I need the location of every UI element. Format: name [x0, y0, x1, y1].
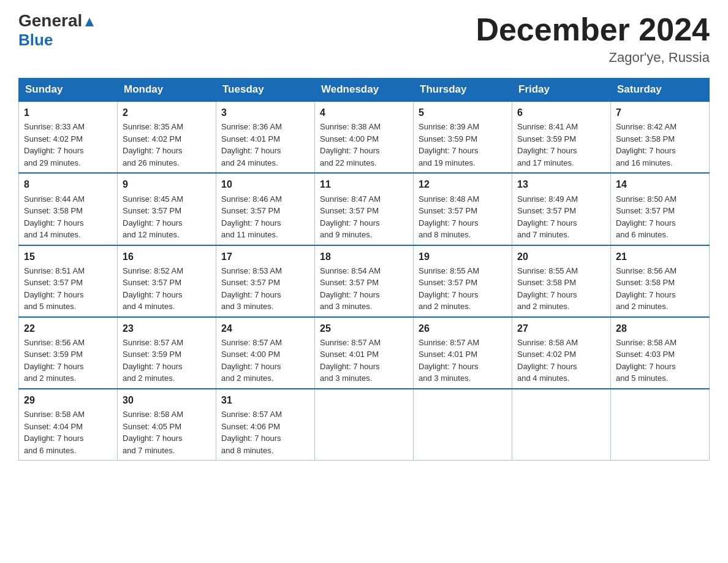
calendar-cell: 11Sunrise: 8:47 AMSunset: 3:57 PMDayligh… — [315, 173, 414, 245]
calendar-cell: 30Sunrise: 8:58 AMSunset: 4:05 PMDayligh… — [118, 389, 216, 461]
day-number: 10 — [221, 177, 309, 191]
day-info: Sunrise: 8:54 AMSunset: 3:57 PMDaylight:… — [320, 265, 408, 313]
location: Zagor'ye, Russia — [476, 50, 710, 66]
day-number: 26 — [419, 321, 507, 335]
calendar-cell: 25Sunrise: 8:57 AMSunset: 4:01 PMDayligh… — [315, 317, 414, 389]
day-number: 14 — [616, 177, 704, 191]
day-info: Sunrise: 8:35 AMSunset: 4:02 PMDaylight:… — [123, 121, 211, 169]
logo: General Blue — [18, 12, 95, 48]
day-number: 8 — [24, 177, 112, 191]
calendar-cell: 15Sunrise: 8:51 AMSunset: 3:57 PMDayligh… — [19, 245, 118, 317]
calendar-week-row: 8Sunrise: 8:44 AMSunset: 3:58 PMDaylight… — [19, 173, 710, 245]
calendar-cell: 1Sunrise: 8:33 AMSunset: 4:02 PMDaylight… — [19, 101, 118, 173]
day-number: 18 — [320, 250, 408, 264]
day-info: Sunrise: 8:41 AMSunset: 3:59 PMDaylight:… — [517, 121, 605, 169]
day-number: 12 — [419, 177, 507, 191]
calendar-cell: 3Sunrise: 8:36 AMSunset: 4:01 PMDaylight… — [216, 101, 315, 173]
calendar-cell: 21Sunrise: 8:56 AMSunset: 3:58 PMDayligh… — [611, 245, 710, 317]
day-info: Sunrise: 8:33 AMSunset: 4:02 PMDaylight:… — [24, 121, 112, 169]
day-header-tuesday: Tuesday — [216, 79, 315, 102]
day-number: 17 — [221, 250, 309, 264]
day-number: 6 — [517, 105, 605, 120]
calendar-cell: 29Sunrise: 8:58 AMSunset: 4:04 PMDayligh… — [19, 389, 118, 461]
day-number: 20 — [517, 250, 605, 264]
day-header-saturday: Saturday — [611, 79, 710, 102]
calendar-cell: 13Sunrise: 8:49 AMSunset: 3:57 PMDayligh… — [512, 173, 611, 245]
day-number: 3 — [221, 105, 309, 120]
day-number: 5 — [419, 105, 507, 120]
day-info: Sunrise: 8:58 AMSunset: 4:04 PMDaylight:… — [24, 408, 112, 456]
day-info: Sunrise: 8:57 AMSunset: 4:06 PMDaylight:… — [221, 408, 309, 456]
calendar-cell: 22Sunrise: 8:56 AMSunset: 3:59 PMDayligh… — [19, 317, 118, 389]
day-number: 21 — [616, 250, 704, 264]
day-info: Sunrise: 8:51 AMSunset: 3:57 PMDaylight:… — [24, 265, 112, 313]
day-number: 23 — [123, 321, 211, 335]
calendar-cell: 14Sunrise: 8:50 AMSunset: 3:57 PMDayligh… — [611, 173, 710, 245]
day-number: 4 — [320, 105, 408, 120]
day-info: Sunrise: 8:57 AMSunset: 4:00 PMDaylight:… — [221, 337, 309, 385]
page-header: General Blue December 2024 Zagor'ye, Rus… — [18, 12, 710, 66]
calendar-cell — [315, 389, 414, 461]
calendar-cell: 17Sunrise: 8:53 AMSunset: 3:57 PMDayligh… — [216, 245, 315, 317]
logo-triangle-icon — [84, 13, 95, 31]
calendar-week-row: 22Sunrise: 8:56 AMSunset: 3:59 PMDayligh… — [19, 317, 710, 389]
calendar-cell: 24Sunrise: 8:57 AMSunset: 4:00 PMDayligh… — [216, 317, 315, 389]
day-info: Sunrise: 8:44 AMSunset: 3:58 PMDaylight:… — [24, 193, 112, 241]
calendar-cell: 8Sunrise: 8:44 AMSunset: 3:58 PMDaylight… — [19, 173, 118, 245]
logo-general-text: General — [18, 12, 95, 31]
calendar-cell: 4Sunrise: 8:38 AMSunset: 4:00 PMDaylight… — [315, 101, 414, 173]
day-number: 28 — [616, 321, 704, 335]
day-number: 1 — [24, 105, 112, 120]
svg-marker-0 — [85, 18, 94, 26]
day-info: Sunrise: 8:45 AMSunset: 3:57 PMDaylight:… — [123, 193, 211, 241]
day-info: Sunrise: 8:47 AMSunset: 3:57 PMDaylight:… — [320, 193, 408, 241]
calendar-week-row: 15Sunrise: 8:51 AMSunset: 3:57 PMDayligh… — [19, 245, 710, 317]
day-number: 29 — [24, 393, 112, 407]
calendar-cell: 9Sunrise: 8:45 AMSunset: 3:57 PMDaylight… — [118, 173, 216, 245]
day-info: Sunrise: 8:58 AMSunset: 4:02 PMDaylight:… — [517, 337, 605, 385]
calendar-cell: 31Sunrise: 8:57 AMSunset: 4:06 PMDayligh… — [216, 389, 315, 461]
calendar-cell — [512, 389, 611, 461]
calendar-cell: 26Sunrise: 8:57 AMSunset: 4:01 PMDayligh… — [414, 317, 512, 389]
calendar-week-row: 1Sunrise: 8:33 AMSunset: 4:02 PMDaylight… — [19, 101, 710, 173]
calendar-cell: 6Sunrise: 8:41 AMSunset: 3:59 PMDaylight… — [512, 101, 611, 173]
day-number: 19 — [419, 250, 507, 264]
day-info: Sunrise: 8:46 AMSunset: 3:57 PMDaylight:… — [221, 193, 309, 241]
day-info: Sunrise: 8:55 AMSunset: 3:57 PMDaylight:… — [419, 265, 507, 313]
calendar-cell: 16Sunrise: 8:52 AMSunset: 3:57 PMDayligh… — [118, 245, 216, 317]
calendar-cell: 10Sunrise: 8:46 AMSunset: 3:57 PMDayligh… — [216, 173, 315, 245]
day-number: 27 — [517, 321, 605, 335]
calendar-cell: 7Sunrise: 8:42 AMSunset: 3:58 PMDaylight… — [611, 101, 710, 173]
day-number: 25 — [320, 321, 408, 335]
day-number: 30 — [123, 393, 211, 407]
day-info: Sunrise: 8:50 AMSunset: 3:57 PMDaylight:… — [616, 193, 704, 241]
day-header-wednesday: Wednesday — [315, 79, 414, 102]
day-info: Sunrise: 8:57 AMSunset: 3:59 PMDaylight:… — [123, 337, 211, 385]
day-info: Sunrise: 8:56 AMSunset: 3:58 PMDaylight:… — [616, 265, 704, 313]
day-info: Sunrise: 8:53 AMSunset: 3:57 PMDaylight:… — [221, 265, 309, 313]
calendar-cell: 12Sunrise: 8:48 AMSunset: 3:57 PMDayligh… — [414, 173, 512, 245]
day-number: 9 — [123, 177, 211, 191]
calendar-cell — [414, 389, 512, 461]
calendar-cell: 28Sunrise: 8:58 AMSunset: 4:03 PMDayligh… — [611, 317, 710, 389]
day-info: Sunrise: 8:48 AMSunset: 3:57 PMDaylight:… — [419, 193, 507, 241]
day-header-friday: Friday — [512, 79, 611, 102]
day-number: 2 — [123, 105, 211, 120]
calendar-cell: 18Sunrise: 8:54 AMSunset: 3:57 PMDayligh… — [315, 245, 414, 317]
calendar-cell: 2Sunrise: 8:35 AMSunset: 4:02 PMDaylight… — [118, 101, 216, 173]
day-info: Sunrise: 8:56 AMSunset: 3:59 PMDaylight:… — [24, 337, 112, 385]
day-header-sunday: Sunday — [19, 79, 118, 102]
month-title: December 2024 — [476, 12, 710, 47]
title-area: December 2024 Zagor'ye, Russia — [476, 12, 710, 66]
day-info: Sunrise: 8:49 AMSunset: 3:57 PMDaylight:… — [517, 193, 605, 241]
day-info: Sunrise: 8:52 AMSunset: 3:57 PMDaylight:… — [123, 265, 211, 313]
calendar-cell: 5Sunrise: 8:39 AMSunset: 3:59 PMDaylight… — [414, 101, 512, 173]
day-info: Sunrise: 8:58 AMSunset: 4:03 PMDaylight:… — [616, 337, 704, 385]
calendar-cell — [611, 389, 710, 461]
day-info: Sunrise: 8:58 AMSunset: 4:05 PMDaylight:… — [123, 408, 211, 456]
day-info: Sunrise: 8:36 AMSunset: 4:01 PMDaylight:… — [221, 121, 309, 169]
day-number: 16 — [123, 250, 211, 264]
calendar-table: SundayMondayTuesdayWednesdayThursdayFrid… — [18, 78, 710, 461]
day-info: Sunrise: 8:38 AMSunset: 4:00 PMDaylight:… — [320, 121, 408, 169]
day-number: 15 — [24, 250, 112, 264]
